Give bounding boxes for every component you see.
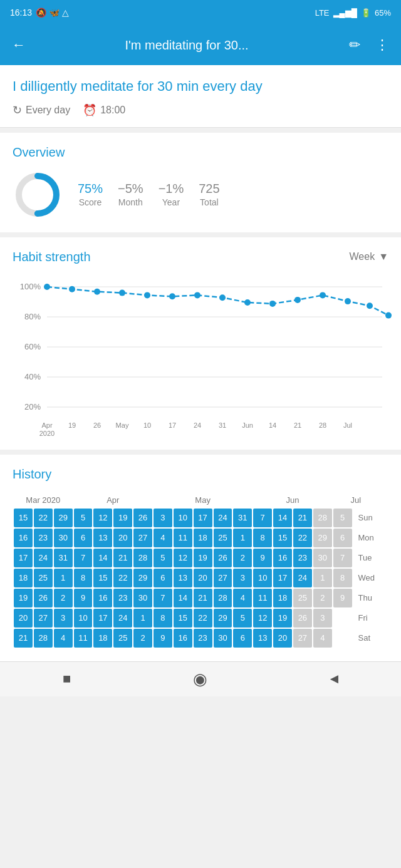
calendar-cell[interactable]: 3 bbox=[313, 609, 332, 628]
calendar-cell[interactable]: 2 bbox=[313, 589, 332, 607]
calendar-cell[interactable]: 13 bbox=[93, 529, 112, 547]
calendar-cell[interactable]: 28 bbox=[313, 509, 332, 527]
calendar-cell[interactable]: 24 bbox=[34, 549, 53, 567]
calendar-cell[interactable]: 15 bbox=[273, 529, 292, 547]
calendar-cell[interactable]: 22 bbox=[34, 509, 53, 527]
calendar-cell[interactable]: 4 bbox=[313, 629, 332, 648]
calendar-cell[interactable]: 17 bbox=[14, 549, 33, 567]
calendar-cell[interactable]: 13 bbox=[174, 569, 192, 587]
calendar-cell[interactable]: 23 bbox=[293, 549, 312, 567]
calendar-cell[interactable]: 26 bbox=[133, 509, 152, 527]
calendar-cell[interactable]: 6 bbox=[154, 569, 172, 587]
calendar-cell[interactable]: 19 bbox=[113, 509, 132, 527]
calendar-cell[interactable]: 3 bbox=[233, 569, 252, 587]
period-dropdown[interactable]: Week ▼ bbox=[350, 251, 388, 262]
calendar-cell[interactable]: 3 bbox=[54, 609, 73, 628]
calendar-cell[interactable]: 15 bbox=[14, 509, 33, 527]
calendar-cell[interactable]: 10 bbox=[253, 569, 272, 587]
calendar-cell[interactable]: 28 bbox=[214, 589, 232, 607]
calendar-cell[interactable]: 22 bbox=[113, 569, 132, 587]
stop-button[interactable]: ■ bbox=[55, 666, 80, 691]
calendar-cell[interactable]: 31 bbox=[233, 509, 252, 527]
calendar-cell[interactable]: 16 bbox=[93, 589, 112, 607]
calendar-cell[interactable]: 20 bbox=[113, 529, 132, 547]
calendar-cell[interactable]: 20 bbox=[194, 569, 212, 587]
calendar-cell[interactable]: 23 bbox=[34, 529, 53, 547]
calendar-cell[interactable]: 15 bbox=[93, 569, 112, 587]
calendar-cell[interactable] bbox=[333, 629, 352, 648]
calendar-cell[interactable]: 8 bbox=[154, 609, 172, 628]
calendar-cell[interactable]: 17 bbox=[93, 609, 112, 628]
calendar-cell[interactable]: 18 bbox=[93, 629, 112, 648]
calendar-cell[interactable]: 27 bbox=[133, 529, 152, 547]
calendar-cell[interactable]: 24 bbox=[214, 509, 232, 527]
calendar-cell[interactable]: 8 bbox=[253, 529, 272, 547]
calendar-cell[interactable]: 9 bbox=[333, 589, 352, 607]
calendar-cell[interactable]: 1 bbox=[313, 569, 332, 587]
back-nav-button[interactable]: ◄ bbox=[321, 666, 346, 691]
calendar-cell[interactable]: 31 bbox=[54, 549, 73, 567]
calendar-cell[interactable]: 17 bbox=[194, 509, 212, 527]
menu-button[interactable]: ⋮ bbox=[373, 36, 391, 54]
calendar-cell[interactable]: 7 bbox=[74, 549, 93, 567]
calendar-cell[interactable]: 16 bbox=[174, 629, 192, 648]
calendar-cell[interactable]: 22 bbox=[194, 609, 212, 628]
calendar-cell[interactable]: 29 bbox=[54, 509, 73, 527]
calendar-cell[interactable]: 29 bbox=[313, 529, 332, 547]
calendar-cell[interactable]: 20 bbox=[273, 629, 292, 648]
calendar-cell[interactable]: 26 bbox=[293, 609, 312, 628]
calendar-cell[interactable]: 9 bbox=[74, 589, 93, 607]
calendar-cell[interactable]: 23 bbox=[194, 629, 212, 648]
calendar-cell[interactable]: 27 bbox=[34, 609, 53, 628]
calendar-cell[interactable]: 1 bbox=[233, 529, 252, 547]
calendar-cell[interactable]: 3 bbox=[154, 509, 172, 527]
calendar-cell[interactable]: 6 bbox=[74, 529, 93, 547]
calendar-cell[interactable]: 17 bbox=[273, 569, 292, 587]
calendar-cell[interactable]: 2 bbox=[54, 589, 73, 607]
calendar-cell[interactable]: 11 bbox=[74, 629, 93, 648]
calendar-cell[interactable]: 30 bbox=[313, 549, 332, 567]
calendar-cell[interactable]: 18 bbox=[194, 529, 212, 547]
edit-button[interactable]: ✏ bbox=[346, 36, 363, 54]
calendar-cell[interactable]: 27 bbox=[214, 569, 232, 587]
calendar-cell[interactable]: 5 bbox=[74, 509, 93, 527]
calendar-cell[interactable]: 1 bbox=[133, 609, 152, 628]
calendar-cell[interactable]: 30 bbox=[54, 529, 73, 547]
calendar-cell[interactable]: 7 bbox=[154, 589, 172, 607]
calendar-cell[interactable]: 5 bbox=[333, 509, 352, 527]
calendar-cell[interactable]: 14 bbox=[273, 509, 292, 527]
calendar-cell[interactable]: 21 bbox=[293, 509, 312, 527]
calendar-cell[interactable]: 21 bbox=[113, 549, 132, 567]
calendar-cell[interactable]: 19 bbox=[14, 589, 33, 607]
calendar-cell[interactable]: 11 bbox=[253, 589, 272, 607]
calendar-cell[interactable]: 4 bbox=[233, 589, 252, 607]
calendar-cell[interactable]: 7 bbox=[333, 549, 352, 567]
calendar-cell[interactable]: 26 bbox=[34, 589, 53, 607]
calendar-cell[interactable]: 27 bbox=[293, 629, 312, 648]
calendar-cell[interactable]: 10 bbox=[174, 509, 192, 527]
calendar-cell[interactable]: 5 bbox=[154, 549, 172, 567]
calendar-cell[interactable]: 1 bbox=[54, 569, 73, 587]
calendar-cell[interactable]: 6 bbox=[333, 529, 352, 547]
calendar-cell[interactable]: 25 bbox=[293, 589, 312, 607]
calendar-cell[interactable]: 2 bbox=[133, 629, 152, 648]
calendar-cell[interactable]: 30 bbox=[214, 629, 232, 648]
calendar-cell[interactable]: 22 bbox=[293, 529, 312, 547]
calendar-cell[interactable]: 12 bbox=[174, 549, 192, 567]
calendar-cell[interactable]: 29 bbox=[214, 609, 232, 628]
calendar-cell[interactable]: 10 bbox=[74, 609, 93, 628]
calendar-cell[interactable]: 25 bbox=[214, 529, 232, 547]
calendar-cell[interactable]: 16 bbox=[273, 549, 292, 567]
calendar-cell[interactable]: 30 bbox=[133, 589, 152, 607]
calendar-cell[interactable]: 18 bbox=[273, 589, 292, 607]
calendar-cell[interactable] bbox=[333, 609, 352, 628]
calendar-cell[interactable]: 29 bbox=[133, 569, 152, 587]
calendar-cell[interactable]: 20 bbox=[14, 609, 33, 628]
back-button[interactable]: ← bbox=[10, 36, 28, 54]
calendar-cell[interactable]: 14 bbox=[174, 589, 192, 607]
calendar-cell[interactable]: 19 bbox=[194, 549, 212, 567]
calendar-cell[interactable]: 23 bbox=[113, 589, 132, 607]
calendar-cell[interactable]: 26 bbox=[214, 549, 232, 567]
calendar-cell[interactable]: 12 bbox=[93, 509, 112, 527]
home-button[interactable]: ◉ bbox=[188, 666, 213, 691]
